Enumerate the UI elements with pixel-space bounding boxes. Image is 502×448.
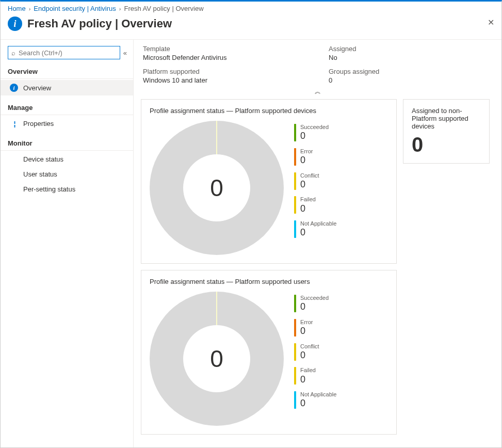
- legend-label: Conflict: [300, 172, 319, 179]
- essential-template: Template Microsoft Defender Antivirus: [143, 45, 329, 61]
- legend-color-icon: [294, 220, 296, 238]
- card-title: Profile assignment status — Platform sup…: [150, 107, 388, 115]
- legend-item-failed: Failed 0: [294, 367, 336, 385]
- page-header: i Fresh AV policy | Overview ✕: [1, 14, 501, 39]
- donut-chart: 0: [150, 292, 284, 426]
- sidebar-item-device-status[interactable]: Device status: [1, 152, 133, 167]
- sidebar-section-monitor: Monitor: [1, 136, 133, 151]
- search-input-wrap[interactable]: ⌕: [8, 46, 120, 59]
- donut-total: 0: [183, 154, 250, 221]
- essential-value: Windows 10 and later: [143, 76, 329, 84]
- card-profile-devices[interactable]: Profile assignment status — Platform sup…: [141, 99, 397, 264]
- breadcrumb: Home › Endpoint security | Antivirus › F…: [1, 2, 501, 14]
- legend-value: 0: [300, 179, 319, 190]
- sidebar-item-label: Overview: [23, 84, 51, 92]
- legend-item-not-applicable: Not Applicable 0: [294, 391, 336, 409]
- legend-value: 0: [300, 227, 336, 238]
- sidebar-section-manage: Manage: [1, 101, 133, 115]
- legend-label: Not Applicable: [300, 220, 336, 227]
- legend-label: Failed: [300, 367, 316, 374]
- essential-label: Template: [143, 45, 329, 53]
- body: ⌕ « Overview i Overview Manage ¦¦¦ Prope…: [1, 39, 501, 447]
- legend-color-icon: [294, 319, 296, 337]
- card-non-platform-devices[interactable]: Assigned to non-Platform supported devic…: [403, 99, 490, 164]
- sidebar-item-properties[interactable]: ¦¦¦ Properties: [1, 116, 133, 131]
- sidebar-item-label: User status: [23, 170, 57, 178]
- legend-item-error: Error 0: [294, 148, 336, 166]
- legend: Succeeded 0 Error 0: [294, 121, 336, 238]
- legend-color-icon: [294, 124, 296, 141]
- card-stack: Profile assignment status — Platform sup…: [141, 99, 397, 435]
- legend-value: 0: [300, 398, 336, 409]
- essential-assigned: Assigned No: [329, 45, 492, 61]
- legend-item-error: Error 0: [294, 319, 336, 337]
- legend-color-icon: [294, 367, 296, 385]
- search-icon: ⌕: [11, 49, 15, 57]
- essentials: Template Microsoft Defender Antivirus As…: [141, 45, 494, 86]
- card-value: 0: [412, 134, 481, 155]
- legend-label: Succeeded: [300, 124, 329, 131]
- legend-color-icon: [294, 391, 296, 409]
- essential-label: Groups assigned: [329, 68, 492, 75]
- essential-value: 0: [329, 76, 492, 84]
- legend-value: 0: [300, 326, 313, 337]
- essential-label: Assigned: [329, 45, 492, 53]
- legend-label: Error: [300, 148, 313, 155]
- legend-value: 0: [300, 350, 319, 361]
- legend-color-icon: [294, 295, 296, 312]
- legend-color-icon: [294, 196, 296, 214]
- essential-value: No: [329, 54, 492, 61]
- chevron-right-icon: ›: [29, 6, 31, 12]
- sidebar-item-label: Properties: [23, 120, 54, 127]
- card-title: Assigned to non-Platform supported devic…: [412, 107, 481, 130]
- legend-color-icon: [294, 343, 296, 361]
- chevron-right-icon: ›: [119, 6, 121, 12]
- main: Template Microsoft Defender Antivirus As…: [134, 40, 501, 447]
- essential-groups: Groups assigned 0: [329, 68, 492, 84]
- breadcrumb-endpoint-security[interactable]: Endpoint security | Antivirus: [34, 5, 116, 12]
- collapse-sidebar-icon[interactable]: «: [123, 49, 127, 57]
- sidebar-item-per-setting-status[interactable]: Per-setting status: [1, 182, 133, 197]
- info-icon: i: [8, 17, 22, 31]
- breadcrumb-home[interactable]: Home: [8, 5, 26, 12]
- card-title: Profile assignment status — Platform sup…: [150, 278, 388, 285]
- essential-value: Microsoft Defender Antivirus: [143, 54, 329, 61]
- essential-label: Platform supported: [143, 68, 329, 75]
- legend-value: 0: [300, 301, 329, 313]
- sidebar-section-overview: Overview: [1, 65, 133, 79]
- sidebar-item-label: Per-setting status: [23, 185, 75, 193]
- legend-item-conflict: Conflict 0: [294, 172, 336, 190]
- legend-value: 0: [300, 203, 316, 215]
- page-title: Fresh AV policy | Overview: [27, 17, 172, 30]
- legend: Succeeded 0 Error 0: [294, 292, 336, 409]
- dashboard-row: Profile assignment status — Platform sup…: [141, 99, 494, 435]
- legend-item-conflict: Conflict 0: [294, 343, 336, 361]
- breadcrumb-current: Fresh AV policy | Overview: [124, 5, 203, 12]
- legend-color-icon: [294, 172, 296, 190]
- legend-item-failed: Failed 0: [294, 196, 336, 214]
- search-input[interactable]: [18, 49, 117, 57]
- donut-wrap: 0 Succeeded 0: [150, 121, 388, 255]
- sidebar-item-overview[interactable]: i Overview: [1, 80, 133, 95]
- close-icon[interactable]: ✕: [488, 18, 494, 27]
- legend-value: 0: [300, 131, 329, 142]
- sliders-icon: ¦¦¦: [10, 120, 18, 127]
- card-profile-users[interactable]: Profile assignment status — Platform sup…: [141, 270, 397, 435]
- legend-label: Failed: [300, 196, 316, 203]
- donut-wrap: 0 Succeeded 0: [150, 292, 388, 426]
- legend-value: 0: [300, 155, 313, 166]
- legend-value: 0: [300, 374, 316, 386]
- sidebar: ⌕ « Overview i Overview Manage ¦¦¦ Prope…: [1, 40, 134, 447]
- legend-label: Not Applicable: [300, 391, 336, 398]
- donut-total: 0: [183, 325, 250, 392]
- sidebar-item-user-status[interactable]: User status: [1, 167, 133, 182]
- legend-item-succeeded: Succeeded 0: [294, 124, 336, 142]
- donut-chart: 0: [150, 121, 284, 255]
- legend-item-succeeded: Succeeded 0: [294, 295, 336, 313]
- info-icon: i: [10, 84, 18, 92]
- sidebar-item-label: Device status: [23, 155, 63, 163]
- collapse-essentials-icon[interactable]: ︽: [141, 86, 494, 99]
- legend-color-icon: [294, 148, 296, 166]
- legend-label: Conflict: [300, 343, 319, 350]
- essential-platform: Platform supported Windows 10 and later: [143, 68, 329, 84]
